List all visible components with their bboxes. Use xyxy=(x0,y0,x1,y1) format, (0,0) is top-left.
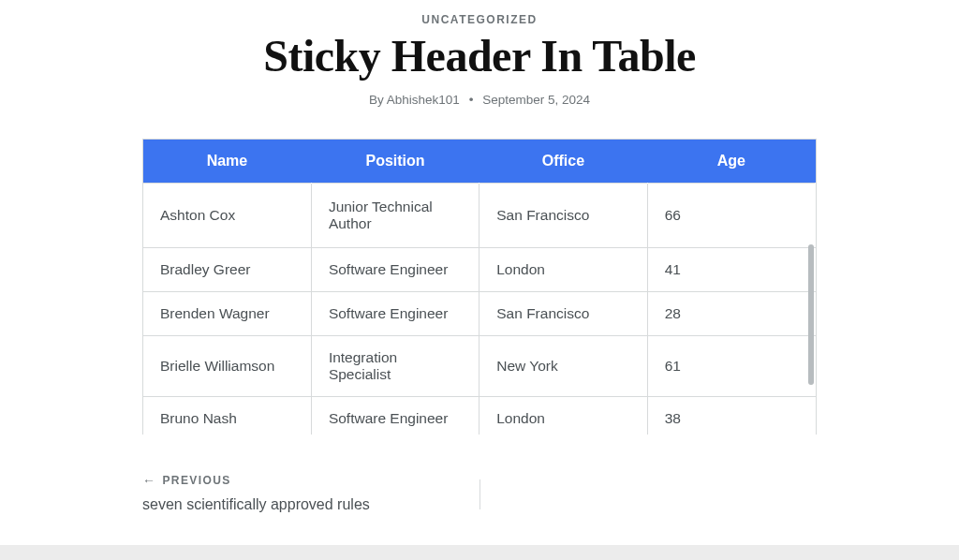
cell-name: Bradley Greer xyxy=(143,247,311,291)
table-row: Bruno Nash Software Engineer London 38 xyxy=(143,396,816,435)
byline-author[interactable]: Abhishek101 xyxy=(387,93,460,107)
cell-age: 28 xyxy=(647,291,815,335)
cell-position: Integration Specialist xyxy=(311,335,479,396)
byline-separator: • xyxy=(469,93,474,107)
footer-bar xyxy=(0,545,959,560)
col-header-age[interactable]: Age xyxy=(647,140,815,184)
cell-office: San Francisco xyxy=(480,291,647,335)
table-row: Ashton Cox Junior Technical Author San F… xyxy=(143,183,816,247)
cell-name: Brielle Williamson xyxy=(143,335,311,396)
page-title: Sticky Header In Table xyxy=(142,32,817,81)
data-table: Name Position Office Age Ashton Cox Juni… xyxy=(143,140,816,435)
previous-label: ← PREVIOUS xyxy=(142,474,461,487)
col-header-position[interactable]: Position xyxy=(311,140,479,184)
cell-position: Software Engineer xyxy=(311,396,479,435)
cell-position: Software Engineer xyxy=(311,291,479,335)
cell-office: London xyxy=(480,247,647,291)
table-row: Bradley Greer Software Engineer London 4… xyxy=(143,247,816,291)
cell-age: 38 xyxy=(647,396,815,435)
post-navigation: ← PREVIOUS seven scientifically approved… xyxy=(142,474,817,513)
arrow-left-icon: ← xyxy=(142,474,156,487)
table-header-row: Name Position Office Age xyxy=(143,140,816,184)
cell-age: 66 xyxy=(647,183,815,247)
cell-age: 61 xyxy=(647,335,815,396)
col-header-office[interactable]: Office xyxy=(480,140,647,184)
byline: By Abhishek101 • September 5, 2024 xyxy=(142,93,817,107)
col-header-name[interactable]: Name xyxy=(143,140,311,184)
table-row: Brielle Williamson Integration Specialis… xyxy=(143,335,816,396)
post-category-eyebrow[interactable]: UNCATEGORIZED xyxy=(142,13,817,26)
cell-office: New York xyxy=(480,335,647,396)
cell-name: Bruno Nash xyxy=(143,396,311,435)
cell-position: Junior Technical Author xyxy=(311,183,479,247)
table-row: Brenden Wagner Software Engineer San Fra… xyxy=(143,291,816,335)
scrollbar-thumb[interactable] xyxy=(808,244,814,385)
byline-prefix: By xyxy=(369,93,384,107)
data-table-container: Name Position Office Age Ashton Cox Juni… xyxy=(142,139,817,435)
cell-office: London xyxy=(480,396,647,435)
cell-name: Brenden Wagner xyxy=(143,291,311,335)
byline-date: September 5, 2024 xyxy=(482,93,590,107)
cell-name: Ashton Cox xyxy=(143,183,311,247)
cell-age: 41 xyxy=(647,247,815,291)
cell-office: San Francisco xyxy=(480,183,647,247)
table-scroll-viewport[interactable]: Name Position Office Age Ashton Cox Juni… xyxy=(143,140,816,435)
previous-post-link[interactable]: ← PREVIOUS seven scientifically approved… xyxy=(142,474,480,513)
previous-post-title: seven scientifically approved rules xyxy=(142,496,461,513)
previous-label-text: PREVIOUS xyxy=(162,474,230,487)
cell-position: Software Engineer xyxy=(311,247,479,291)
